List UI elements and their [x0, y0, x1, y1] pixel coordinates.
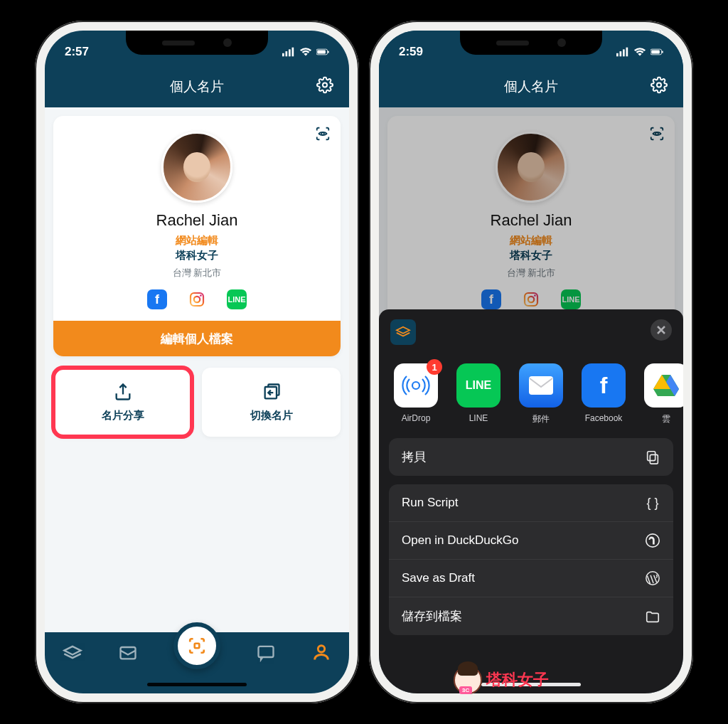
- action-copy[interactable]: 拷貝: [389, 438, 673, 476]
- battery-icon: [651, 47, 663, 57]
- wordpress-icon: [645, 570, 660, 586]
- svg-point-29: [412, 382, 419, 389]
- switch-card-button[interactable]: 切換名片: [202, 368, 341, 437]
- profile-company: 塔科女子: [63, 249, 331, 262]
- svg-point-11: [200, 294, 202, 297]
- screen-right: 2:59 個人名片 Rachel: [379, 31, 683, 693]
- facebook-icon[interactable]: f: [147, 289, 167, 309]
- watermark-text: 塔科女子: [486, 669, 549, 691]
- app-header: 個人名片: [379, 66, 683, 107]
- svg-rect-1: [286, 51, 288, 56]
- close-sheet-button[interactable]: [651, 319, 672, 341]
- share-target-label: Facebook: [585, 413, 623, 423]
- edit-profile-button[interactable]: 編輯個人檔案: [53, 321, 341, 356]
- close-icon: [656, 325, 666, 335]
- share-card-label: 名片分享: [102, 409, 144, 422]
- line-icon[interactable]: LINE: [227, 289, 247, 309]
- status-indicators: [616, 47, 663, 57]
- svg-rect-22: [651, 50, 660, 53]
- share-target-facebook[interactable]: f Facebook: [579, 363, 628, 425]
- tab-profile[interactable]: [311, 642, 331, 665]
- signal-icon: [282, 47, 295, 57]
- avatar[interactable]: [161, 132, 232, 203]
- settings-button[interactable]: [316, 77, 333, 97]
- gear-icon: [316, 77, 333, 94]
- svg-rect-14: [195, 644, 200, 649]
- svg-rect-32: [648, 451, 655, 460]
- screen-left: 2:57 個人名片: [45, 31, 349, 693]
- action-save-to-files[interactable]: 儲存到檔案: [389, 597, 673, 635]
- action-label: Open in DuckDuckGo: [402, 533, 518, 548]
- share-targets-row[interactable]: 1 AirDrop LINE LINE 郵件: [379, 355, 683, 438]
- social-row: f LINE: [63, 289, 331, 309]
- action-open-duckduckgo[interactable]: Open in DuckDuckGo: [389, 522, 673, 560]
- wifi-icon: [633, 47, 646, 57]
- tab-inbox[interactable]: [118, 642, 138, 665]
- braces-icon: { }: [645, 495, 660, 511]
- share-target-line[interactable]: LINE LINE: [454, 363, 503, 425]
- share-target-label: LINE: [469, 413, 488, 423]
- tab-chat[interactable]: [256, 642, 276, 665]
- status-indicators: [282, 47, 329, 57]
- status-time: 2:59: [399, 45, 423, 59]
- duckduckgo-icon: [645, 533, 660, 548]
- share-target-drive[interactable]: 雲: [642, 363, 683, 425]
- gear-icon: [651, 77, 668, 94]
- profile-role: 網站編輯: [63, 234, 331, 247]
- home-indicator[interactable]: [147, 683, 247, 686]
- share-icon: [113, 382, 133, 402]
- airdrop-icon: [402, 371, 430, 400]
- action-save-draft[interactable]: Save as Draft: [389, 560, 673, 597]
- copy-icon: [645, 449, 660, 465]
- header-title: 個人名片: [170, 78, 224, 96]
- eye-scan-icon: [315, 126, 331, 142]
- share-target-airdrop[interactable]: 1 AirDrop: [392, 363, 440, 425]
- share-actions: 拷貝 Run Script { } Open in DuckDuckGo: [379, 438, 683, 635]
- action-label: Save as Draft: [402, 571, 475, 585]
- svg-point-24: [657, 83, 661, 87]
- airdrop-badge: 1: [427, 359, 442, 375]
- sheet-app-icon: [390, 319, 416, 345]
- swap-icon: [262, 382, 282, 402]
- preview-button[interactable]: [315, 126, 331, 144]
- notch: [460, 31, 602, 55]
- tab-wallet[interactable]: [63, 642, 82, 665]
- mail-icon: [528, 376, 554, 395]
- svg-rect-20: [626, 48, 628, 57]
- share-target-label: 郵件: [532, 413, 550, 425]
- share-target-label: AirDrop: [402, 413, 431, 423]
- tab-scan[interactable]: [173, 622, 220, 669]
- svg-rect-0: [282, 53, 284, 57]
- share-target-mail[interactable]: 郵件: [517, 363, 565, 425]
- svg-point-7: [323, 83, 327, 87]
- svg-rect-17: [616, 53, 619, 57]
- page-body: Rachel Jian 網站編輯 塔科女子 台灣 新北市 f LINE 編輯個人…: [45, 107, 349, 693]
- phone-left: 2:57 個人名片: [35, 21, 359, 703]
- action-group-main: Run Script { } Open in DuckDuckGo Save a…: [389, 484, 673, 635]
- share-sheet: 1 AirDrop LINE LINE 郵件: [379, 309, 683, 693]
- folder-icon: [645, 609, 660, 624]
- edit-profile-label: 編輯個人檔案: [161, 331, 233, 347]
- svg-rect-5: [317, 50, 326, 53]
- svg-rect-13: [121, 647, 136, 659]
- app-header: 個人名片: [45, 66, 349, 107]
- settings-button[interactable]: [651, 77, 668, 97]
- svg-rect-23: [662, 50, 663, 53]
- svg-point-10: [194, 297, 200, 302]
- action-group-copy: 拷貝: [389, 438, 673, 476]
- svg-rect-19: [623, 49, 625, 56]
- action-row: 名片分享 切換名片: [53, 368, 341, 437]
- svg-point-16: [318, 646, 324, 652]
- share-card-button[interactable]: 名片分享: [53, 368, 192, 437]
- drive-icon: [653, 373, 680, 398]
- status-time: 2:57: [65, 45, 89, 59]
- phone-right: 2:59 個人名片 Rachel: [369, 21, 693, 703]
- action-label: 儲存到檔案: [402, 608, 462, 624]
- profile-name: Rachel Jian: [63, 211, 331, 230]
- svg-rect-2: [289, 49, 291, 56]
- instagram-icon[interactable]: [187, 289, 207, 309]
- battery-icon: [316, 47, 329, 57]
- switch-card-label: 切換名片: [250, 409, 293, 422]
- share-target-label: 雲: [662, 413, 670, 425]
- action-run-script[interactable]: Run Script { }: [389, 484, 673, 522]
